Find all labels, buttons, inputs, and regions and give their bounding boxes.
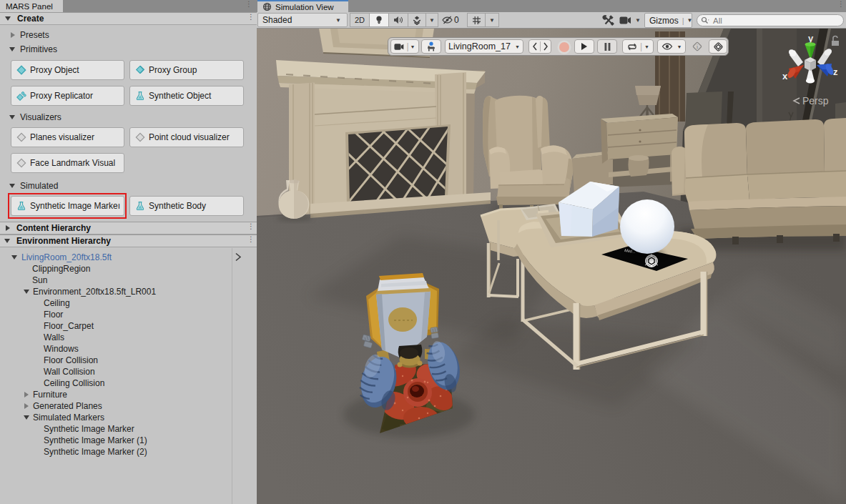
svg-text:Persp: Persp (802, 95, 829, 107)
svg-text:z: z (833, 66, 838, 77)
svg-text:i: i (697, 43, 699, 50)
svg-text:x: x (782, 71, 788, 81)
svg-text:y: y (808, 33, 814, 44)
